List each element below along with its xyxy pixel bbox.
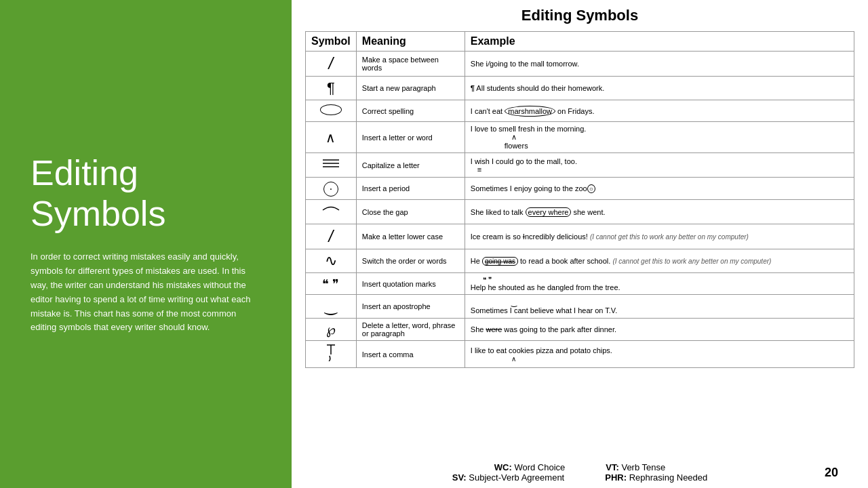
meaning-cell: Insert a comma <box>356 341 465 368</box>
meaning-cell: Correct spelling <box>356 100 465 122</box>
footer: WC: Word Choice VT: Verb Tense SV: Subje… <box>305 455 854 488</box>
example-cell: ‿ Sometimes I cant believe what I hear o… <box>465 295 854 319</box>
left-panel: Editing Symbols In order to correct writ… <box>0 0 292 488</box>
vt-abbr: VT: <box>606 462 619 472</box>
example-cell: Ice cream is so Incredibly delicious! (I… <box>465 224 854 249</box>
example-cell: She i/going to the mall tomorrow. <box>465 52 854 77</box>
symbol-cell: ℘ <box>306 319 357 341</box>
meaning-cell: Close the gap <box>356 200 465 224</box>
footer-sv: SV: Subject-Verb Agreement <box>452 472 565 483</box>
table-row: Close the gap She liked to talk every wh… <box>306 200 854 224</box>
sv-label: Subject-Verb Agreement <box>469 472 564 483</box>
meaning-cell: Insert quotation marks <box>356 273 465 295</box>
symbol-cell: ∧ <box>306 122 357 153</box>
example-cell: He going was to read a book after school… <box>465 249 854 273</box>
meaning-cell: Insert a period <box>356 178 465 200</box>
symbol-cell: ¶ <box>306 77 357 100</box>
example-cell: ¶ All students should do their homework. <box>465 77 854 100</box>
table-row: · Insert a period Sometimes I enjoy goin… <box>306 178 854 200</box>
meaning-cell: Delete a letter, word, phrase or paragra… <box>356 319 465 341</box>
slash-icon: / <box>329 54 334 73</box>
lowercase-slash-icon: / <box>329 227 334 245</box>
wc-label: Word Choice <box>514 462 565 472</box>
period-circle-icon: · <box>323 182 338 197</box>
footer-phr: PHR: Rephrasing Needed <box>605 472 707 483</box>
meaning-cell: Switch the order or words <box>356 249 465 273</box>
table-row: ❝ ❞ Insert quotation marks ❝ ❞ Help he s… <box>306 273 854 295</box>
triple-underline-icon <box>321 159 341 174</box>
meaning-cell: Insert an apostrophe <box>356 295 465 319</box>
symbol-cell: ❝ ❞ <box>306 273 357 295</box>
symbols-table: Symbol Meaning Example / Make a space be… <box>305 31 854 368</box>
example-cell: Sometimes I enjoy going to the zoo○ <box>465 178 854 200</box>
quotation-marks-icon: ❝ ❞ <box>322 277 339 291</box>
table-row: / Make a letter lower case Ice cream is … <box>306 224 854 249</box>
example-cell: I can't eat marshmallow on Fridays. <box>465 100 854 122</box>
col-header-meaning: Meaning <box>356 32 465 52</box>
footer-content: WC: Word Choice VT: Verb Tense SV: Subje… <box>452 462 708 483</box>
example-cell: I like to eat cookies pizza and potato c… <box>465 341 854 368</box>
table-row: / Make a space between words She i/going… <box>306 52 854 77</box>
table-row: ‿ Insert an apostrophe ‿ Sometimes I can… <box>306 295 854 319</box>
sv-abbr: SV: <box>452 472 467 483</box>
oval-icon <box>320 104 342 115</box>
example-cell: She were was going to the park after din… <box>465 319 854 341</box>
delete-icon: ℘ <box>326 322 336 337</box>
col-header-example: Example <box>465 32 854 52</box>
symbol-cell <box>306 153 357 178</box>
table-row: Capitalize a letter I wish I could go to… <box>306 153 854 178</box>
left-body: In order to correct writing mistakes eas… <box>31 250 261 335</box>
insert-comma-icon <box>323 349 338 364</box>
symbol-cell <box>306 341 357 368</box>
phr-abbr: PHR: <box>605 472 627 483</box>
page-title: Editing Symbols <box>305 7 854 24</box>
right-inner: Editing Symbols Symbol Meaning Example /… <box>305 7 854 488</box>
pilcrow-icon: ¶ <box>327 79 335 96</box>
table-row: ∧ Insert a letter or word I love to smel… <box>306 122 854 153</box>
vt-label: Verb Tense <box>621 462 665 472</box>
meaning-cell: Make a letter lower case <box>356 224 465 249</box>
table-row: Correct spelling I can't eat marshmallow… <box>306 100 854 122</box>
symbol-cell: / <box>306 52 357 77</box>
meaning-cell: Insert a letter or word <box>356 122 465 153</box>
table-row: ℘ Delete a letter, word, phrase or parag… <box>306 319 854 341</box>
example-cell: ❝ ❞ Help he shouted as he dangled from t… <box>465 273 854 295</box>
footer-vt: VT: Verb Tense <box>606 462 665 472</box>
symbol-cell: ‿ <box>306 295 357 319</box>
left-title: Editing Symbols <box>31 153 261 235</box>
caret-icon: ∧ <box>326 130 336 145</box>
footer-wc: WC: Word Choice <box>494 462 566 472</box>
symbol-cell <box>306 100 357 122</box>
meaning-cell: Capitalize a letter <box>356 153 465 178</box>
table-row: ∿ Switch the order or words He going was… <box>306 249 854 273</box>
col-header-symbol: Symbol <box>306 32 357 52</box>
symbol-cell: / <box>306 224 357 249</box>
example-cell: I love to smell fresh in the morning. ∧ … <box>465 122 854 153</box>
table-row: Insert a comma I like to eat cookies piz… <box>306 341 854 368</box>
close-gap-icon <box>320 205 342 220</box>
example-cell: She liked to talk every where she went. <box>465 200 854 224</box>
table-row: ¶ Start a new paragraph ¶ All students s… <box>306 77 854 100</box>
page-number: 20 <box>825 466 838 480</box>
wc-abbr: WC: <box>494 462 512 472</box>
symbol-cell: · <box>306 178 357 200</box>
symbol-cell <box>306 200 357 224</box>
phr-label: Rephrasing Needed <box>629 472 708 483</box>
meaning-cell: Start a new paragraph <box>356 77 465 100</box>
footer-row-1: WC: Word Choice VT: Verb Tense <box>494 462 665 472</box>
meaning-cell: Make a space between words <box>356 52 465 77</box>
tilde-icon: ∿ <box>325 252 337 269</box>
apostrophe-icon: ‿ <box>325 298 337 314</box>
example-cell: I wish I could go to the mall, too. ≡ <box>465 153 854 178</box>
right-panel: Editing Symbols Symbol Meaning Example /… <box>292 0 868 488</box>
symbol-cell: ∿ <box>306 249 357 273</box>
footer-row-2: SV: Subject-Verb Agreement PHR: Rephrasi… <box>452 472 708 483</box>
